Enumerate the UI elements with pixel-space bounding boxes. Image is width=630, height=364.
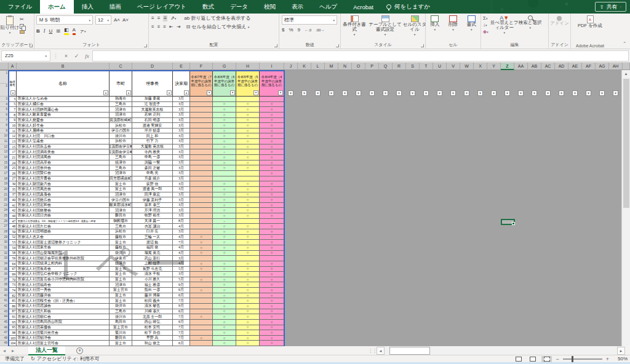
cell[interactable]: ○ bbox=[236, 288, 260, 293]
cell[interactable]: ○ bbox=[213, 133, 236, 139]
cell[interactable] bbox=[190, 118, 213, 124]
cell[interactable]: 6月 bbox=[173, 288, 190, 293]
column-header-X[interactable]: X bbox=[474, 63, 487, 70]
cell[interactable]: 坪井 郁彦 bbox=[132, 129, 173, 134]
cell[interactable]: 渡辺 勉 bbox=[132, 240, 173, 245]
row-header[interactable]: 9 bbox=[0, 129, 9, 134]
cell[interactable]: 3月 bbox=[173, 213, 190, 219]
cell[interactable]: ○ bbox=[236, 129, 260, 134]
cell[interactable] bbox=[190, 256, 213, 261]
cell[interactable]: ○ bbox=[213, 304, 236, 309]
cell[interactable]: 15 bbox=[9, 144, 17, 150]
cell[interactable] bbox=[190, 165, 213, 171]
cell[interactable] bbox=[190, 304, 213, 309]
cell[interactable]: 21 bbox=[9, 155, 17, 160]
cell[interactable]: ○ bbox=[260, 293, 284, 299]
insert-cells-button[interactable]: 挿入▾ bbox=[430, 15, 439, 41]
cell[interactable]: 医療法人社団賢仁会 bbox=[17, 171, 110, 176]
cell[interactable]: ○ bbox=[236, 251, 260, 256]
cell[interactable]: 寺内 雅美 bbox=[132, 149, 173, 155]
cell[interactable]: 8 bbox=[9, 113, 17, 118]
cell-styles-button[interactable]: セルのスタイル▾ bbox=[402, 15, 427, 41]
cell[interactable]: ○ bbox=[236, 245, 260, 251]
cell[interactable]: 医療法人社団長寿会 bbox=[17, 267, 110, 272]
column-header-D[interactable]: D bbox=[132, 63, 173, 70]
cell[interactable]: ○ bbox=[236, 155, 260, 160]
filter-button-U[interactable]: ▼ bbox=[437, 90, 442, 96]
cell[interactable]: ○ bbox=[190, 336, 213, 341]
ribbon-tab-9[interactable]: ヘルプ bbox=[311, 0, 345, 14]
cell[interactable]: ○ bbox=[213, 309, 236, 315]
cell[interactable]: ○ bbox=[260, 203, 284, 208]
row-header[interactable]: 16 bbox=[0, 165, 9, 171]
cell[interactable]: 駿東郡清水町 bbox=[110, 203, 132, 208]
clear-button[interactable]: ◆▾ bbox=[483, 29, 488, 35]
filter-button-AB[interactable]: ▼ bbox=[532, 90, 537, 96]
cell[interactable]: 沼津市 bbox=[110, 107, 132, 113]
cell[interactable]: ○ bbox=[260, 149, 284, 155]
cell[interactable]: ○ bbox=[260, 304, 284, 309]
cell[interactable]: ○ bbox=[260, 309, 284, 315]
cell[interactable]: 焼津市 bbox=[110, 160, 132, 166]
shrink-font-button[interactable]: A˅ bbox=[122, 17, 129, 23]
horizontal-scroll-thumb[interactable] bbox=[389, 347, 430, 355]
filter-button-L[interactable]: ▼ bbox=[315, 90, 321, 96]
cell[interactable] bbox=[190, 213, 213, 219]
cell[interactable]: 30 bbox=[9, 181, 17, 187]
cell[interactable] bbox=[190, 129, 213, 134]
cell[interactable]: ○ bbox=[236, 181, 260, 187]
cell[interactable]: 熱海市 bbox=[110, 97, 132, 102]
cell[interactable]: 医療法人かなめ会 bbox=[17, 97, 110, 102]
cell[interactable]: 7月 bbox=[173, 298, 190, 304]
cell[interactable]: 93 bbox=[9, 320, 17, 325]
cell[interactable]: 医療法人好生会 bbox=[17, 123, 110, 129]
cell[interactable]: 三島市 bbox=[110, 155, 132, 160]
cell[interactable] bbox=[190, 320, 213, 325]
cell[interactable]: 9 bbox=[9, 118, 17, 124]
cell[interactable] bbox=[236, 171, 260, 176]
italic-button[interactable]: I bbox=[44, 28, 46, 34]
cell[interactable]: ○ bbox=[236, 187, 260, 192]
cell[interactable]: ○ bbox=[213, 330, 236, 336]
cell[interactable]: 中島 亮 bbox=[132, 171, 173, 176]
cell[interactable]: 7月 bbox=[173, 330, 190, 336]
cancel-icon[interactable]: × bbox=[61, 53, 71, 59]
cell[interactable]: 升森 靖介 bbox=[132, 176, 173, 182]
cell[interactable]: ○ bbox=[260, 235, 284, 240]
filter-button-AH[interactable]: ▼ bbox=[613, 90, 618, 96]
ribbon-tab-8[interactable]: 表示 bbox=[284, 0, 311, 14]
cell[interactable]: 秋山 俊之 bbox=[132, 341, 173, 346]
cell[interactable] bbox=[190, 97, 213, 102]
cell[interactable]: ○ bbox=[260, 208, 284, 213]
comma-style-button[interactable]: 9 bbox=[298, 27, 300, 33]
align-center-icon[interactable]: ≡ bbox=[158, 24, 161, 30]
row-header[interactable]: 40 bbox=[0, 293, 9, 299]
cell[interactable] bbox=[190, 272, 213, 277]
cell[interactable]: 沼津市 bbox=[110, 113, 132, 118]
cell[interactable]: 富士宮市 bbox=[110, 288, 132, 293]
cell[interactable]: ○ bbox=[260, 187, 284, 192]
cell[interactable]: 伊藤 憲利子 bbox=[132, 197, 173, 203]
cell[interactable]: 医療法人社団山梨堰尾医院 bbox=[17, 251, 110, 256]
cell[interactable]: ○ bbox=[260, 113, 284, 118]
cell[interactable]: 武山 憲行 bbox=[132, 256, 173, 261]
cell[interactable]: ○ bbox=[213, 197, 236, 203]
cell[interactable] bbox=[260, 97, 284, 102]
cell[interactable]: ○ bbox=[190, 235, 213, 240]
cell[interactable]: ○ bbox=[260, 229, 284, 235]
cell[interactable]: 24 bbox=[9, 160, 17, 166]
cell[interactable]: 8月 bbox=[173, 219, 190, 224]
cell[interactable]: 焼津市 bbox=[110, 261, 132, 267]
cell[interactable]: 富士市 bbox=[110, 181, 132, 187]
cell[interactable]: 松本 安司 bbox=[132, 325, 173, 331]
cell[interactable]: 91 bbox=[9, 314, 17, 320]
column-header-N[interactable]: N bbox=[338, 63, 352, 70]
row-header[interactable]: 19 bbox=[0, 181, 9, 187]
row-header[interactable]: 35 bbox=[0, 267, 9, 272]
cell[interactable]: 48 bbox=[9, 224, 17, 229]
cell[interactable]: 富士市 bbox=[110, 267, 132, 272]
row-header[interactable]: 18 bbox=[0, 176, 9, 182]
cell[interactable] bbox=[190, 208, 213, 213]
cell[interactable] bbox=[213, 171, 236, 176]
column-header-K[interactable]: K bbox=[298, 63, 311, 70]
